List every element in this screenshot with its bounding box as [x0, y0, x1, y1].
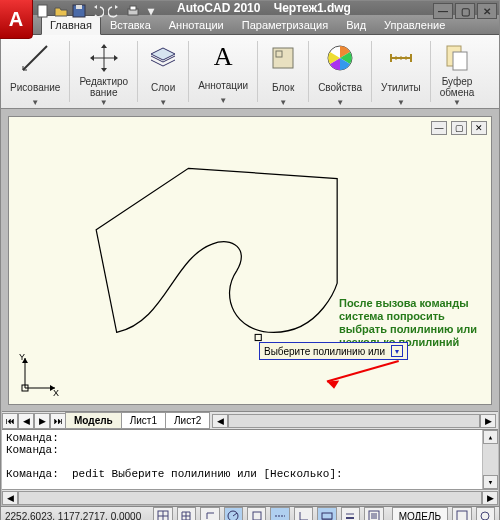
move-icon [88, 42, 120, 74]
command-line[interactable]: Команда: Команда: Команда: pedit Выберит… [2, 429, 498, 489]
qat-dropdown-icon[interactable]: ▾ [143, 3, 159, 19]
tab-view[interactable]: Вид [337, 15, 375, 34]
panel-label: Блок [272, 76, 294, 98]
dropdown-icon: ▼ [397, 98, 405, 107]
layout-tab-model[interactable]: Модель [65, 412, 122, 429]
qat-print-icon[interactable] [125, 3, 141, 19]
osnap-toggle[interactable] [247, 507, 266, 520]
doc-name: Чертеж1.dwg [274, 1, 351, 15]
tab-label: Аннотации [169, 19, 224, 31]
hscroll-left-icon[interactable]: ◀ [212, 414, 228, 428]
cmd-scroll-down-icon[interactable]: ▾ [483, 475, 498, 489]
panel-label: Аннотации [198, 74, 248, 96]
qp-toggle[interactable] [364, 507, 383, 520]
layout-nav: ⏮ ◀ ▶ ⏭ [2, 413, 66, 429]
hscroll-right-icon[interactable]: ▶ [480, 414, 496, 428]
hscroll: ◀ ▶ [210, 414, 498, 428]
nav-prev-icon[interactable]: ◀ [18, 413, 34, 429]
layers-icon [147, 42, 179, 74]
dropdown-icon: ▼ [100, 98, 108, 107]
cmd-line-0: Команда: [6, 432, 59, 444]
view-max-icon[interactable]: ▢ [451, 121, 467, 135]
panel-clipboard[interactable]: Буфер обмена ▼ [433, 37, 482, 106]
panel-annotation[interactable]: A Аннотации ▼ [191, 37, 255, 106]
qat-open-icon[interactable] [53, 3, 69, 19]
clipboard-icon [441, 42, 473, 74]
cmd-hscroll-right-icon[interactable]: ▶ [482, 491, 498, 505]
grid-toggle[interactable] [177, 507, 196, 520]
hscroll-track[interactable] [228, 414, 480, 428]
tab-annotate[interactable]: Аннотации [160, 15, 233, 34]
work-area: — ▢ ✕ После вызова команды система попро… [1, 109, 499, 506]
separator [371, 41, 372, 102]
cmd-scroll-up-icon[interactable]: ▴ [483, 430, 498, 444]
cmd-scroll-track[interactable] [483, 444, 498, 475]
view-controls: — ▢ ✕ [431, 121, 487, 135]
panel-properties[interactable]: Свойства ▼ [311, 37, 369, 106]
ducs-toggle[interactable] [294, 507, 313, 520]
maximize-button[interactable]: ▢ [455, 3, 475, 19]
cmd-hscroll: ◀ ▶ [2, 489, 498, 505]
tab-label: Вид [346, 19, 366, 31]
pickbox-cursor [255, 334, 261, 340]
ortho-toggle[interactable] [200, 507, 219, 520]
quick-access-toolbar: ▾ [35, 3, 159, 19]
lwt-toggle[interactable] [341, 507, 360, 520]
drawing-canvas[interactable]: — ▢ ✕ После вызова команды система попро… [8, 116, 492, 405]
axis-y-label: Y [19, 352, 25, 362]
arrow-line [327, 361, 399, 382]
command-text[interactable]: Команда: Команда: Команда: pedit Выберит… [2, 430, 482, 489]
panel-utilities[interactable]: Утилиты ▼ [374, 37, 428, 106]
dropdown-icon: ▼ [31, 98, 39, 107]
qat-save-icon[interactable] [71, 3, 87, 19]
svg-rect-9 [453, 52, 467, 70]
nav-last-icon[interactable]: ⏭ [50, 413, 66, 429]
dynamic-prompt: Выберите полилинию или ▾ [259, 342, 408, 360]
panel-label: Утилиты [381, 76, 421, 98]
tab-label: Главная [50, 19, 92, 31]
nav-first-icon[interactable]: ⏮ [2, 413, 18, 429]
qat-undo-icon[interactable] [89, 3, 105, 19]
layout-tab-label: Лист2 [174, 415, 201, 426]
nav-next-icon[interactable]: ▶ [34, 413, 50, 429]
polar-toggle[interactable] [224, 507, 243, 520]
app-menu-button[interactable]: A [0, 0, 33, 39]
status-config-icon[interactable] [452, 507, 471, 520]
qat-redo-icon[interactable] [107, 3, 123, 19]
dyn-toggle[interactable] [317, 507, 336, 520]
tab-parametric[interactable]: Параметризация [233, 15, 337, 34]
view-close-icon[interactable]: ✕ [471, 121, 487, 135]
coordinates: 2252.6023, 1177.2717, 0.0000 [5, 511, 149, 520]
svg-rect-2 [76, 5, 82, 9]
qat-new-icon[interactable] [35, 3, 51, 19]
dropdown-icon: ▼ [159, 98, 167, 107]
panel-layers[interactable]: Слои ▼ [140, 37, 186, 106]
cmd-hscroll-track[interactable] [18, 491, 482, 505]
layout-tabs-row: ⏮ ◀ ▶ ⏭ Модель Лист1 Лист2 ◀ ▶ [2, 411, 498, 429]
view-min-icon[interactable]: — [431, 121, 447, 135]
panel-draw[interactable]: Рисование ▼ [3, 37, 67, 106]
panel-label: Редактиро вание [79, 76, 128, 98]
layout-tab-sheet2[interactable]: Лист2 [165, 412, 210, 429]
panel-block[interactable]: Блок ▼ [260, 37, 306, 106]
prompt-menu-icon[interactable]: ▾ [391, 345, 403, 357]
status-extra-icon[interactable] [476, 507, 495, 520]
panel-label: Рисование [10, 76, 60, 98]
tab-label: Параметризация [242, 19, 328, 31]
model-space-label[interactable]: МОДЕЛЬ [392, 507, 448, 520]
svg-rect-16 [457, 511, 467, 520]
layout-tab-label: Модель [74, 415, 113, 426]
cmd-vscroll: ▴ ▾ [482, 430, 498, 489]
svg-point-17 [481, 512, 489, 520]
dropdown-icon: ▼ [219, 96, 227, 105]
cmd-hscroll-left-icon[interactable]: ◀ [2, 491, 18, 505]
cmd-line-3: Команда: pedit Выберите полилинию или [Н… [6, 468, 343, 480]
layout-tab-sheet1[interactable]: Лист1 [121, 412, 166, 429]
otrack-toggle[interactable] [270, 507, 289, 520]
snap-toggle[interactable] [153, 507, 172, 520]
layout-tab-label: Лист1 [130, 415, 157, 426]
svg-rect-14 [322, 513, 332, 519]
minimize-button[interactable]: — [433, 3, 453, 19]
panel-modify[interactable]: Редактиро вание ▼ [72, 37, 135, 106]
close-button[interactable]: ✕ [477, 3, 497, 19]
